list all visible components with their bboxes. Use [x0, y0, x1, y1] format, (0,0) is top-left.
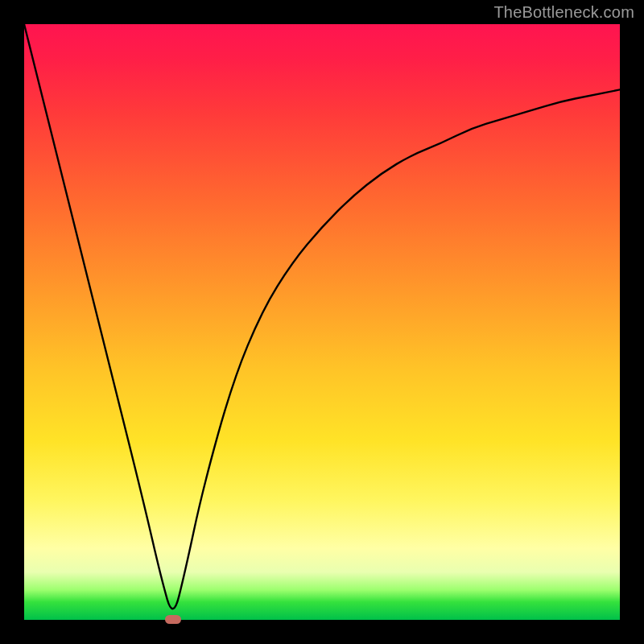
chart-frame: TheBottleneck.com	[0, 0, 644, 644]
curve-path	[24, 24, 620, 609]
bottleneck-min-marker	[165, 615, 181, 624]
watermark-text: TheBottleneck.com	[493, 3, 634, 22]
bottleneck-curve	[24, 24, 620, 620]
plot-area	[24, 24, 620, 620]
